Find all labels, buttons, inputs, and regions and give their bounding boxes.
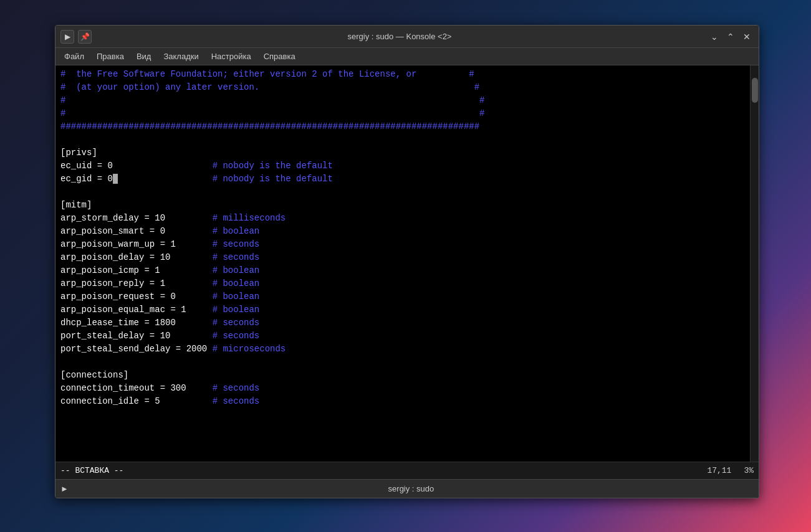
titlebar: ▶ 📌 sergiy : sudo — Konsole <2> ⌄ ⌃ ✕ [55, 26, 759, 48]
menu-view[interactable]: Вид [130, 50, 158, 63]
menu-help[interactable]: Справка [257, 50, 302, 63]
cursor-position: 17,11 [707, 466, 731, 475]
minimize-btn[interactable]: ⌃ [724, 30, 737, 44]
terminal-text: # the Free Software Foundation; either v… [60, 68, 745, 408]
terminal-area: # the Free Software Foundation; either v… [55, 65, 759, 462]
terminal-content[interactable]: # the Free Software Foundation; either v… [55, 65, 750, 462]
titlebar-left-controls: ▶ 📌 [60, 30, 92, 44]
menubar: Файл Правка Вид Закладки Настройка Справ… [55, 48, 759, 65]
vim-mode: -- ВСТАВКА -- [60, 466, 123, 475]
prompt-arrow-icon: ► [60, 484, 69, 493]
scrollbar[interactable] [750, 65, 759, 462]
terminal-icon-btn[interactable]: ▶ [60, 30, 74, 44]
konsole-window: ▶ 📌 sergiy : sudo — Konsole <2> ⌄ ⌃ ✕ Фа… [55, 25, 759, 498]
bottom-bar: ► sergiy : sudo [55, 479, 759, 498]
menu-edit[interactable]: Правка [90, 50, 130, 63]
pin-btn[interactable]: 📌 [78, 30, 92, 44]
menu-settings[interactable]: Настройка [205, 50, 257, 63]
close-btn[interactable]: ✕ [740, 30, 754, 44]
menu-bookmarks[interactable]: Закладки [157, 50, 204, 63]
statusbar: -- ВСТАВКА -- 17,11 3% [55, 462, 759, 479]
bottom-prompt: ► [60, 484, 69, 493]
titlebar-right-controls: ⌄ ⌃ ✕ [708, 30, 754, 44]
status-right: 17,11 3% [707, 466, 754, 475]
window-title: sergiy : sudo — Konsole <2> [92, 32, 708, 41]
bottom-title: sergiy : sudo [69, 484, 754, 493]
scrollbar-thumb[interactable] [752, 78, 758, 103]
dropdown-btn[interactable]: ⌄ [708, 30, 721, 44]
scroll-percent: 3% [744, 466, 754, 475]
menu-file[interactable]: Файл [58, 50, 90, 63]
